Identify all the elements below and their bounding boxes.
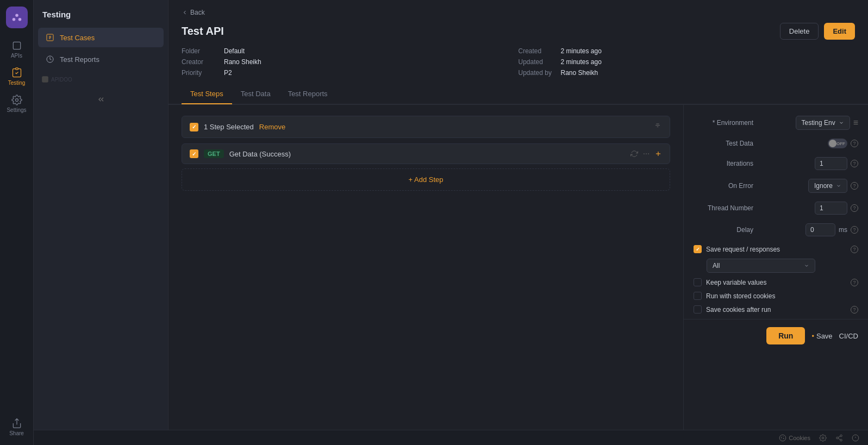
nav-apis-label: APIs	[11, 53, 22, 59]
sidebar-title: Testing	[34, 0, 168, 27]
iterations-input[interactable]	[815, 157, 847, 170]
info-status-icon[interactable]	[852, 434, 859, 442]
step-checkbox[interactable]	[190, 149, 198, 158]
test-data-info-icon[interactable]: ?	[851, 140, 858, 147]
updated-by-label: Updated by	[519, 69, 557, 77]
environment-row: * Environment Testing Env ≡	[694, 116, 858, 130]
delay-unit: ms	[839, 226, 847, 234]
header-actions: Delete Edit	[780, 23, 855, 40]
svg-line-24	[838, 438, 840, 439]
svg-point-1	[12, 18, 15, 21]
toggle-knob	[829, 140, 836, 147]
svg-point-0	[15, 14, 18, 17]
sidebar-item-test-reports[interactable]: Test Reports	[38, 49, 164, 69]
collapse-sidebar-button[interactable]	[34, 89, 168, 110]
iterations-value: ?	[815, 157, 858, 170]
settings-status-icon[interactable]	[819, 434, 827, 442]
sidebar-item-apis[interactable]: APIs	[4, 37, 29, 62]
add-step-button[interactable]: + Add Step	[182, 168, 670, 191]
save-requests-label: Save request / responses	[706, 246, 780, 253]
sidebar-item-settings[interactable]: Settings	[4, 91, 29, 116]
all-select[interactable]: All	[707, 259, 815, 273]
thread-number-label: Thread Number	[694, 204, 753, 212]
thread-number-value: ?	[815, 202, 858, 215]
save-button[interactable]: • Save	[811, 332, 832, 340]
environment-select[interactable]: Testing Env	[796, 116, 850, 130]
nav-settings-label: Settings	[7, 107, 26, 113]
save-requests-info-icon[interactable]: ?	[851, 246, 858, 253]
svg-point-21	[840, 435, 842, 437]
svg-rect-3	[13, 42, 20, 49]
refresh-icon[interactable]	[630, 150, 638, 158]
add-step-inline-icon[interactable]	[654, 150, 662, 158]
meta-grid: Folder Default Created 2 minutes ago Cre…	[182, 47, 855, 77]
cookies-icon	[779, 434, 786, 442]
on-error-info-icon[interactable]: ?	[851, 182, 858, 190]
thread-number-info-icon[interactable]: ?	[851, 204, 858, 212]
delay-input[interactable]	[805, 223, 835, 236]
delay-info-icon[interactable]: ?	[851, 226, 858, 234]
sidebar-test-reports-label: Test Reports	[60, 55, 99, 64]
priority-value: P2	[224, 69, 232, 77]
sidebar-item-share[interactable]: Share	[4, 415, 29, 440]
share-status-icon[interactable]	[835, 434, 843, 442]
on-error-value: Ignore ?	[808, 179, 858, 193]
env-menu-icon[interactable]: ≡	[853, 118, 858, 128]
remove-link[interactable]: Remove	[259, 123, 285, 131]
environment-label: * Environment	[694, 119, 753, 127]
run-stored-cookies-checkbox[interactable]	[694, 292, 702, 300]
cookies-status[interactable]: Cookies	[779, 434, 810, 442]
iterations-info-icon[interactable]: ?	[851, 160, 858, 167]
tab-test-steps[interactable]: Test Steps	[182, 84, 232, 104]
toggle-off-label: OFF	[836, 141, 845, 146]
on-error-select-text: Ignore	[814, 182, 833, 190]
on-error-select[interactable]: Ignore	[808, 179, 847, 193]
save-requests-checkbox[interactable]	[694, 245, 702, 253]
svg-point-20	[822, 437, 824, 439]
svg-point-12	[648, 153, 649, 154]
icon-bar: APIs Testing Settings Share	[0, 0, 34, 445]
delete-button[interactable]: Delete	[780, 23, 819, 40]
save-cookies-info-icon[interactable]: ?	[851, 306, 858, 314]
select-all-checkbox[interactable]	[190, 123, 198, 131]
nav-testing-label: Testing	[8, 80, 26, 86]
test-data-toggle[interactable]: OFF	[828, 139, 847, 148]
svg-line-25	[838, 436, 840, 437]
run-button[interactable]: Run	[766, 327, 805, 344]
keep-variable-info-icon[interactable]: ?	[851, 279, 858, 286]
folder-label: Folder	[182, 47, 220, 55]
thread-number-input[interactable]	[815, 202, 847, 215]
on-error-row: On Error Ignore ?	[694, 179, 858, 193]
sidebar: Testing Test Cases Test Reports APIDOO	[34, 0, 168, 445]
more-icon[interactable]	[642, 150, 650, 158]
test-data-value: OFF ?	[828, 139, 858, 148]
test-steps-panel: 1 Step Selected Remove GET Get Data (Suc…	[168, 105, 683, 445]
save-cookies-checkbox[interactable]	[694, 305, 702, 314]
on-error-label: On Error	[694, 182, 753, 190]
sidebar-item-testing[interactable]: Testing	[4, 64, 29, 89]
tab-test-data[interactable]: Test Data	[232, 84, 279, 104]
sidebar-item-test-cases[interactable]: Test Cases	[38, 28, 164, 47]
cicd-button[interactable]: CI/CD	[839, 332, 858, 340]
creator-label: Creator	[182, 58, 220, 66]
page-title-row: Test API Delete Edit	[182, 23, 855, 40]
environment-select-text: Testing Env	[802, 119, 835, 127]
svg-point-11	[646, 153, 647, 154]
content-header: Back Test API Delete Edit Folder Default…	[168, 0, 868, 105]
svg-rect-6	[42, 76, 48, 83]
back-link[interactable]: Back	[182, 9, 855, 16]
sort-icon[interactable]	[653, 122, 662, 132]
run-stored-cookies-label: Run with stored cookies	[706, 292, 775, 300]
tab-test-reports[interactable]: Test Reports	[279, 84, 336, 104]
meta-creator-row: Creator Rano Sheikh	[182, 58, 519, 66]
keep-variable-label: Keep variable values	[706, 279, 766, 286]
keep-variable-checkbox[interactable]	[694, 278, 702, 286]
edit-button[interactable]: Edit	[824, 23, 855, 40]
save-requests-row: Save request / responses ?	[694, 245, 858, 253]
meta-created-row: Created 2 minutes ago	[519, 47, 855, 55]
test-data-row: Test Data OFF ?	[694, 139, 858, 148]
sidebar-footer: APIDOO	[34, 70, 168, 89]
thread-number-row: Thread Number ?	[694, 202, 858, 215]
run-stored-cookies-row: Run with stored cookies	[694, 292, 858, 300]
table-row: GET Get Data (Success)	[182, 143, 670, 164]
